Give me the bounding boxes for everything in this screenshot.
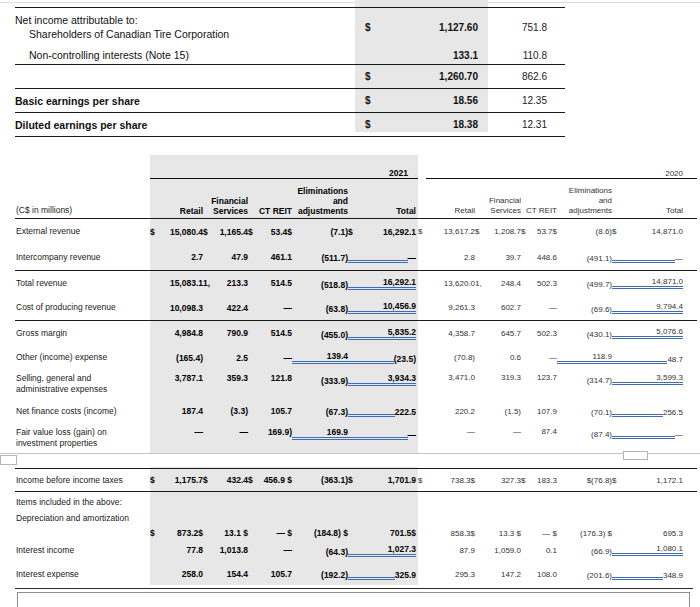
underline-gap <box>612 327 656 339</box>
cell-total: $16,292.1 <box>348 227 416 237</box>
cell-ct-reit: 121.8 <box>248 373 292 383</box>
row-label: Basic earnings per share <box>15 94 355 108</box>
cell-eliminations: (518.8) <box>292 280 348 290</box>
underline-gap <box>612 373 656 385</box>
value-2021: $18.38 <box>355 119 488 130</box>
cell-retail: $738.3$ <box>418 476 475 485</box>
underline-gap <box>348 428 408 440</box>
cell-eliminations: (66.9) <box>557 547 612 556</box>
cell-ct-reit: 123.7 <box>521 373 557 382</box>
row-label-line: Basic earnings per share <box>15 94 355 108</box>
value-2021: $18.56 <box>355 95 488 106</box>
table-row-handle-right[interactable] <box>623 451 648 460</box>
underline-gap <box>348 529 390 538</box>
table-row <box>15 454 697 468</box>
cell-value: 13,617.2 <box>444 227 475 236</box>
year-group: $738.3$327.3$183.3$(76.8)$1,172.1 <box>418 476 697 485</box>
table-bottom-rule <box>15 588 693 589</box>
cell-total: 5,835.2 <box>388 327 416 340</box>
cell-prefix: $ <box>248 227 253 237</box>
cell-retail: 4,358.7 <box>418 329 475 338</box>
cell-ct-reit: 105.7 <box>248 569 292 579</box>
cell-financial-services: 1,059.0 <box>475 546 521 555</box>
cell-ct-reit: 108.0 <box>521 570 557 579</box>
cell-eliminations-total: (430.1)5,076.6 <box>557 327 685 339</box>
underline-gap <box>348 568 395 580</box>
cell-eliminations-total: 169.9— <box>292 427 418 440</box>
value-2020: 862.6 <box>488 71 565 82</box>
cell-total: $1,172.1 <box>612 476 683 485</box>
col-header-total: Total <box>396 206 416 216</box>
cell-total: 3,599.3 <box>656 373 683 385</box>
year-group: 2.747.9461.1(511.7)— <box>150 251 418 263</box>
cell-financial-services: 359.3 <box>203 373 248 383</box>
cell-ct-reit: 169.9) <box>248 427 292 437</box>
cell-prefix: 1, <box>475 279 482 288</box>
row-label: Interest expense <box>15 569 150 580</box>
cell-eliminations-total: (63.8)10,456.9 <box>292 301 418 314</box>
table-row: Gross margin4,984.8790.9514.5(455.0)5,83… <box>15 320 697 345</box>
table-row: Diluted earnings per share$18.3812.31 <box>15 112 565 137</box>
cell-prefix: $ <box>521 227 525 236</box>
cell-value: 1,260.70 <box>439 71 478 82</box>
cell-value: 1,127.60 <box>439 22 478 33</box>
cell-retail: 87.9 <box>418 546 475 555</box>
cell-value: 53.4$ <box>271 227 292 237</box>
cell-retail: 9,261.3 <box>418 303 475 312</box>
cell-eliminations: 139.4 <box>292 351 348 364</box>
cell-prefix: $ <box>203 227 208 237</box>
cell-eliminations-total: (67.3)222.5 <box>292 405 418 417</box>
cell-financial-services: 790.9 <box>203 328 248 338</box>
year-group: 858.3$13.3 $— $(176.3) $695.3 <box>418 526 697 538</box>
cell-financial-services: 2.5 <box>203 353 248 363</box>
cell-value: 873.2$ <box>177 528 203 538</box>
cell-prefix: 1, <box>203 278 210 288</box>
cell-ct-reit: — <box>248 303 292 313</box>
cell-total: 325.9 <box>395 570 416 580</box>
cell-ct-reit: — <box>248 353 292 363</box>
cell-retail: (70.8) <box>418 353 475 362</box>
table-row: Net income attributable to:Shareholders … <box>15 8 565 46</box>
cell-prefix: $ <box>203 475 208 485</box>
table-row: Depreciation and amortization$873.2$13.1… <box>15 512 697 538</box>
cell-eliminations: 169.9 <box>292 427 348 440</box>
table-row: Total revenue15,083.11,213.3514.5(518.8)… <box>15 270 697 295</box>
cell-eliminations: (491.1) <box>557 254 612 263</box>
cell-ct-reit: $53.4$ <box>248 227 292 237</box>
window-top-edge <box>0 2 700 3</box>
cell-prefix: $ <box>521 476 525 485</box>
cell-retail: — <box>150 427 203 437</box>
row-label: Non-controlling interests (Note 15) <box>15 48 355 62</box>
cell-total: 48.7 <box>667 355 683 364</box>
cell-prefix: $ <box>150 227 155 237</box>
table-row: Income before income taxes$1,175.7$432.4… <box>15 468 697 492</box>
cell-eliminations-total: (184.8) $701.5$ <box>292 528 418 538</box>
cell-eliminations-total: (511.7)— <box>292 251 418 263</box>
year-group: $873.2$13.1 $— $(184.8) $701.5$ <box>150 526 418 538</box>
cell-retail: 77.8 <box>150 545 203 555</box>
cell-retail: 4,984.8 <box>150 328 203 338</box>
cell-retail: $13,617.2 <box>418 227 475 236</box>
cell-eliminations-total: (455.0)5,835.2 <box>292 327 418 340</box>
row-label: Depreciation and amortization <box>15 513 697 525</box>
cell-total: 695.3 <box>663 529 683 538</box>
cell-total: 348.9 <box>663 571 683 580</box>
row-label: External revenue <box>15 226 150 237</box>
table-row: Interest income77.81,013.8—(64.3)1,027.3… <box>15 538 697 562</box>
year-label-2020: 2020 <box>665 169 683 178</box>
cell-value: 183.3 <box>537 476 557 485</box>
table-row-handle-left[interactable] <box>0 455 17 465</box>
underline-gap <box>612 352 667 364</box>
cell-financial-services: 147.2 <box>475 570 521 579</box>
cell-retail: 2.8 <box>418 253 475 262</box>
year-group: 15,083.11,213.3514.5(518.8)16,292.1 <box>150 277 418 290</box>
cell-eliminations-total: (66.9)1,080.1 <box>557 544 685 556</box>
cell-value: 16,292.1 <box>383 227 416 237</box>
year-group: (165.4)2.5—139.4(23.5) <box>150 351 418 364</box>
table-row: Non-controlling interests (Note 15)133.1… <box>15 46 565 64</box>
cell-total: $14,871.0 <box>612 227 683 236</box>
year-group: 258.0154.4105.7(192.2)325.9 <box>150 568 418 580</box>
cell-value: 248.4 <box>501 279 521 288</box>
underline-gap <box>612 427 675 439</box>
row-label-line: Shareholders of Canadian Tire Corporatio… <box>15 27 355 41</box>
